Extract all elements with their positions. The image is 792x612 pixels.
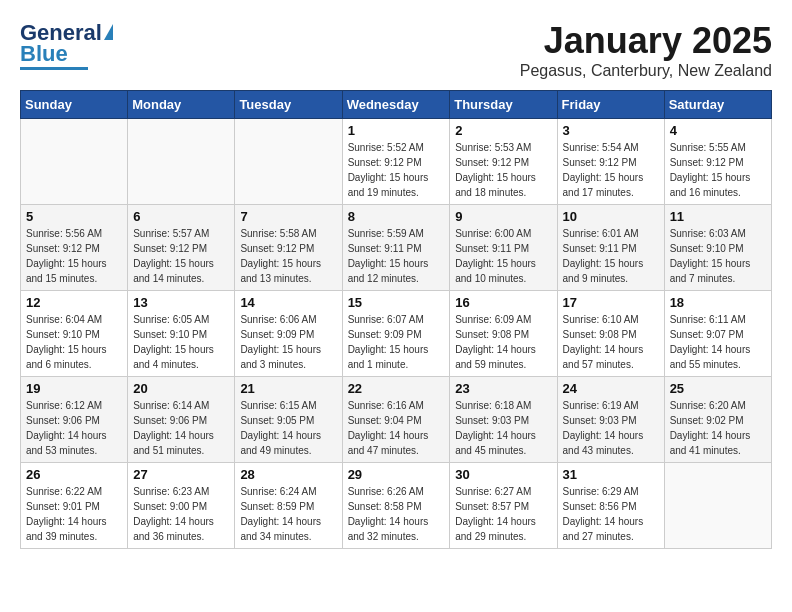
calendar-week-row: 12Sunrise: 6:04 AM Sunset: 9:10 PM Dayli… [21,291,772,377]
day-detail: Sunrise: 6:06 AM Sunset: 9:09 PM Dayligh… [240,312,336,372]
day-detail: Sunrise: 6:03 AM Sunset: 9:10 PM Dayligh… [670,226,766,286]
day-number: 23 [455,381,551,396]
calendar-day-cell: 17Sunrise: 6:10 AM Sunset: 9:08 PM Dayli… [557,291,664,377]
day-detail: Sunrise: 6:01 AM Sunset: 9:11 PM Dayligh… [563,226,659,286]
day-number: 5 [26,209,122,224]
calendar-day-cell: 11Sunrise: 6:03 AM Sunset: 9:10 PM Dayli… [664,205,771,291]
day-number: 22 [348,381,445,396]
calendar-day-cell: 29Sunrise: 6:26 AM Sunset: 8:58 PM Dayli… [342,463,450,549]
day-number: 29 [348,467,445,482]
weekday-header-tuesday: Tuesday [235,91,342,119]
calendar-day-cell: 31Sunrise: 6:29 AM Sunset: 8:56 PM Dayli… [557,463,664,549]
calendar-day-cell [128,119,235,205]
day-detail: Sunrise: 6:22 AM Sunset: 9:01 PM Dayligh… [26,484,122,544]
day-number: 7 [240,209,336,224]
calendar-day-cell: 26Sunrise: 6:22 AM Sunset: 9:01 PM Dayli… [21,463,128,549]
day-detail: Sunrise: 5:53 AM Sunset: 9:12 PM Dayligh… [455,140,551,200]
calendar-table: SundayMondayTuesdayWednesdayThursdayFrid… [20,90,772,549]
day-detail: Sunrise: 6:07 AM Sunset: 9:09 PM Dayligh… [348,312,445,372]
day-number: 13 [133,295,229,310]
day-number: 2 [455,123,551,138]
calendar-day-cell: 15Sunrise: 6:07 AM Sunset: 9:09 PM Dayli… [342,291,450,377]
day-number: 30 [455,467,551,482]
day-number: 3 [563,123,659,138]
calendar-day-cell: 21Sunrise: 6:15 AM Sunset: 9:05 PM Dayli… [235,377,342,463]
calendar-day-cell: 13Sunrise: 6:05 AM Sunset: 9:10 PM Dayli… [128,291,235,377]
calendar-day-cell: 10Sunrise: 6:01 AM Sunset: 9:11 PM Dayli… [557,205,664,291]
title-area: January 2025 Pegasus, Canterbury, New Ze… [520,20,772,80]
day-number: 27 [133,467,229,482]
calendar-day-cell: 4Sunrise: 5:55 AM Sunset: 9:12 PM Daylig… [664,119,771,205]
calendar-day-cell: 24Sunrise: 6:19 AM Sunset: 9:03 PM Dayli… [557,377,664,463]
weekday-header-saturday: Saturday [664,91,771,119]
calendar-week-row: 5Sunrise: 5:56 AM Sunset: 9:12 PM Daylig… [21,205,772,291]
day-number: 11 [670,209,766,224]
calendar-day-cell: 27Sunrise: 6:23 AM Sunset: 9:00 PM Dayli… [128,463,235,549]
calendar-day-cell [235,119,342,205]
day-detail: Sunrise: 6:24 AM Sunset: 8:59 PM Dayligh… [240,484,336,544]
day-detail: Sunrise: 5:58 AM Sunset: 9:12 PM Dayligh… [240,226,336,286]
calendar-day-cell: 25Sunrise: 6:20 AM Sunset: 9:02 PM Dayli… [664,377,771,463]
day-detail: Sunrise: 5:57 AM Sunset: 9:12 PM Dayligh… [133,226,229,286]
weekday-header-monday: Monday [128,91,235,119]
month-title: January 2025 [520,20,772,62]
day-number: 15 [348,295,445,310]
calendar-day-cell: 2Sunrise: 5:53 AM Sunset: 9:12 PM Daylig… [450,119,557,205]
day-detail: Sunrise: 6:20 AM Sunset: 9:02 PM Dayligh… [670,398,766,458]
calendar-day-cell: 9Sunrise: 6:00 AM Sunset: 9:11 PM Daylig… [450,205,557,291]
day-detail: Sunrise: 6:19 AM Sunset: 9:03 PM Dayligh… [563,398,659,458]
day-detail: Sunrise: 6:18 AM Sunset: 9:03 PM Dayligh… [455,398,551,458]
day-number: 18 [670,295,766,310]
page-header: General Blue January 2025 Pegasus, Cante… [20,20,772,80]
calendar-day-cell: 16Sunrise: 6:09 AM Sunset: 9:08 PM Dayli… [450,291,557,377]
day-number: 10 [563,209,659,224]
day-detail: Sunrise: 6:23 AM Sunset: 9:00 PM Dayligh… [133,484,229,544]
logo: General Blue [20,20,113,70]
logo-triangle-icon [104,24,113,40]
calendar-day-cell: 30Sunrise: 6:27 AM Sunset: 8:57 PM Dayli… [450,463,557,549]
day-number: 17 [563,295,659,310]
day-number: 21 [240,381,336,396]
calendar-day-cell [664,463,771,549]
day-detail: Sunrise: 6:15 AM Sunset: 9:05 PM Dayligh… [240,398,336,458]
weekday-header-wednesday: Wednesday [342,91,450,119]
calendar-day-cell [21,119,128,205]
day-detail: Sunrise: 5:52 AM Sunset: 9:12 PM Dayligh… [348,140,445,200]
calendar-day-cell: 1Sunrise: 5:52 AM Sunset: 9:12 PM Daylig… [342,119,450,205]
logo-blue: Blue [20,44,68,64]
calendar-header-row: SundayMondayTuesdayWednesdayThursdayFrid… [21,91,772,119]
calendar-day-cell: 22Sunrise: 6:16 AM Sunset: 9:04 PM Dayli… [342,377,450,463]
calendar-day-cell: 12Sunrise: 6:04 AM Sunset: 9:10 PM Dayli… [21,291,128,377]
calendar-day-cell: 8Sunrise: 5:59 AM Sunset: 9:11 PM Daylig… [342,205,450,291]
calendar-day-cell: 20Sunrise: 6:14 AM Sunset: 9:06 PM Dayli… [128,377,235,463]
calendar-day-cell: 14Sunrise: 6:06 AM Sunset: 9:09 PM Dayli… [235,291,342,377]
day-detail: Sunrise: 6:12 AM Sunset: 9:06 PM Dayligh… [26,398,122,458]
day-detail: Sunrise: 6:16 AM Sunset: 9:04 PM Dayligh… [348,398,445,458]
day-detail: Sunrise: 6:10 AM Sunset: 9:08 PM Dayligh… [563,312,659,372]
day-detail: Sunrise: 6:04 AM Sunset: 9:10 PM Dayligh… [26,312,122,372]
day-number: 20 [133,381,229,396]
day-number: 25 [670,381,766,396]
day-detail: Sunrise: 6:00 AM Sunset: 9:11 PM Dayligh… [455,226,551,286]
calendar-week-row: 26Sunrise: 6:22 AM Sunset: 9:01 PM Dayli… [21,463,772,549]
day-number: 16 [455,295,551,310]
day-number: 6 [133,209,229,224]
day-number: 28 [240,467,336,482]
calendar-week-row: 19Sunrise: 6:12 AM Sunset: 9:06 PM Dayli… [21,377,772,463]
day-detail: Sunrise: 5:56 AM Sunset: 9:12 PM Dayligh… [26,226,122,286]
calendar-day-cell: 6Sunrise: 5:57 AM Sunset: 9:12 PM Daylig… [128,205,235,291]
logo-underline [20,67,88,70]
calendar-day-cell: 18Sunrise: 6:11 AM Sunset: 9:07 PM Dayli… [664,291,771,377]
calendar-day-cell: 3Sunrise: 5:54 AM Sunset: 9:12 PM Daylig… [557,119,664,205]
day-detail: Sunrise: 6:29 AM Sunset: 8:56 PM Dayligh… [563,484,659,544]
day-detail: Sunrise: 5:59 AM Sunset: 9:11 PM Dayligh… [348,226,445,286]
calendar-day-cell: 5Sunrise: 5:56 AM Sunset: 9:12 PM Daylig… [21,205,128,291]
calendar-day-cell: 28Sunrise: 6:24 AM Sunset: 8:59 PM Dayli… [235,463,342,549]
weekday-header-sunday: Sunday [21,91,128,119]
day-number: 24 [563,381,659,396]
day-number: 4 [670,123,766,138]
day-number: 1 [348,123,445,138]
day-number: 8 [348,209,445,224]
day-detail: Sunrise: 6:11 AM Sunset: 9:07 PM Dayligh… [670,312,766,372]
calendar-day-cell: 7Sunrise: 5:58 AM Sunset: 9:12 PM Daylig… [235,205,342,291]
